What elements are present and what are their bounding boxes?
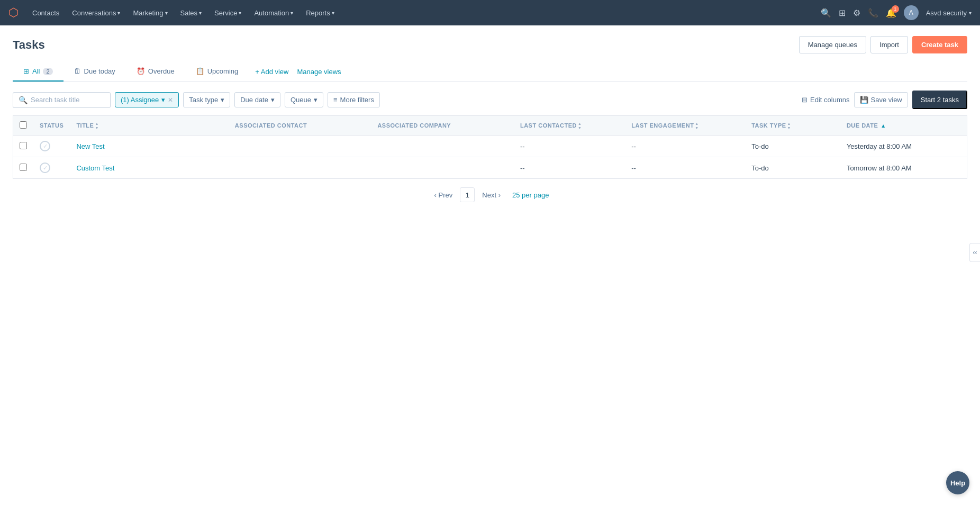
th-last-contacted[interactable]: LAST CONTACTED ▲▼ [514, 116, 625, 136]
notifications-icon[interactable]: 🔔 1 [886, 8, 896, 18]
row1-status-cell: ✓ [33, 136, 70, 157]
marketplace-icon[interactable]: ⊞ [839, 8, 846, 18]
user-menu[interactable]: Asvd security ▾ [926, 9, 972, 17]
row2-checkbox-cell [13, 157, 34, 179]
nav-conversations[interactable]: Conversations ▾ [67, 6, 125, 20]
table-row: ✓ New Test -- -- To-do Yesterday at 8:00… [13, 136, 967, 157]
table-header-row: STATUS TITLE ▲▼ ASSOCIATED CONTACT ASSOC… [13, 116, 967, 136]
clear-assignee-icon[interactable]: ✕ [168, 96, 173, 104]
table-body: ✓ New Test -- -- To-do Yesterday at 8:00… [13, 136, 967, 179]
manage-views-link[interactable]: Manage views [295, 62, 343, 81]
row1-title-link[interactable]: New Test [76, 142, 104, 150]
nav-automation[interactable]: Automation ▾ [249, 6, 298, 20]
nav-utility-icons: 🔍 ⊞ ⚙ 📞 🔔 1 A Asvd security ▾ [821, 5, 972, 20]
filter-bar: 🔍 (1) Assignee ▾ ✕ Task type ▾ Due date … [13, 91, 967, 109]
settings-icon[interactable]: ⚙ [853, 8, 860, 18]
th-last-engagement-label: LAST ENGAGEMENT [631, 122, 694, 129]
more-filters-button[interactable]: ≡ More filters [328, 92, 380, 107]
chevron-down-icon: ▾ [161, 96, 165, 104]
select-all-checkbox[interactable] [20, 121, 27, 129]
tab-all-icon: ⊞ [23, 67, 29, 75]
tab-due-today[interactable]: 🗓 Due today [63, 62, 126, 82]
search-icon[interactable]: 🔍 [821, 8, 831, 18]
chevron-down-icon: ▾ [221, 96, 224, 104]
prev-page-button[interactable]: ‹ Prev [431, 189, 456, 201]
task-type-sort-icon[interactable]: ▲▼ [787, 122, 791, 130]
th-title[interactable]: TITLE ▲▼ [70, 116, 228, 136]
avatar[interactable]: A [904, 5, 919, 20]
nav-reports[interactable]: Reports ▾ [301, 6, 340, 20]
page-content: Tasks Manage queues Import Create task ⊞… [0, 25, 980, 505]
chevron-down-icon: ▾ [291, 10, 293, 16]
tasks-table: STATUS TITLE ▲▼ ASSOCIATED CONTACT ASSOC… [13, 115, 967, 179]
per-page-selector[interactable]: 25 per page [512, 191, 549, 199]
more-filters-label: More filters [340, 96, 374, 104]
row1-task-type-cell: To-do [745, 136, 840, 157]
page-title: Tasks [13, 38, 45, 52]
save-view-button[interactable]: 💾 Save view [854, 92, 908, 107]
th-select-all[interactable] [13, 116, 34, 136]
row1-title-cell: New Test [70, 136, 228, 157]
last-contacted-sort-icon[interactable]: ▲▼ [578, 122, 582, 130]
save-icon: 💾 [860, 96, 868, 104]
tab-all-label: All [32, 67, 40, 75]
header-actions: Manage queues Import Create task [799, 36, 967, 53]
help-button[interactable]: Help [946, 471, 969, 494]
nav-contacts[interactable]: Contacts [27, 6, 65, 20]
tab-all[interactable]: ⊞ All 2 [13, 62, 63, 82]
nav-marketing[interactable]: Marketing ▾ [128, 6, 173, 20]
chevron-down-icon: ▾ [199, 10, 202, 16]
search-input[interactable] [31, 96, 105, 104]
th-last-contacted-label: LAST CONTACTED [520, 122, 577, 129]
chevron-down-icon: ▾ [117, 10, 120, 16]
title-sort-icon[interactable]: ▲▼ [95, 122, 98, 130]
chevron-down-icon: ▾ [165, 10, 168, 16]
notification-badge: 1 [892, 5, 899, 13]
row1-status-icon[interactable]: ✓ [40, 141, 50, 151]
row2-task-type-cell: To-do [745, 157, 840, 179]
th-task-type[interactable]: TASK TYPE ▲▼ [745, 116, 840, 136]
queue-filter-button[interactable]: Queue ▾ [285, 92, 323, 107]
pagination: ‹ Prev 1 Next › 25 per page [13, 187, 967, 202]
row2-checkbox[interactable] [20, 164, 27, 171]
next-page-button[interactable]: Next › [479, 189, 504, 201]
chevron-down-icon: ▾ [271, 96, 275, 104]
tab-overdue[interactable]: ⏰ Overdue [126, 62, 185, 82]
row1-assoc-company-cell [371, 136, 514, 157]
nav-service[interactable]: Service ▾ [209, 6, 247, 20]
hubspot-logo[interactable]: ⬡ [8, 6, 19, 20]
nav-sales[interactable]: Sales ▾ [175, 6, 207, 20]
table-row: ✓ Custom Test -- -- To-do Tomorrow at 8:… [13, 157, 967, 179]
row2-last-contacted-cell: -- [514, 157, 625, 179]
assignee-filter-button[interactable]: (1) Assignee ▾ ✕ [115, 92, 179, 107]
row1-last-engagement-cell: -- [625, 136, 745, 157]
add-view-button[interactable]: + Add view [249, 62, 295, 81]
manage-queues-button[interactable]: Manage queues [799, 36, 866, 53]
edit-columns-button[interactable]: ⊟ Edit columns [802, 96, 849, 104]
due-date-filter-button[interactable]: Due date ▾ [234, 92, 280, 107]
tab-upcoming-icon: 📋 [196, 67, 204, 75]
row1-last-contacted-cell: -- [514, 136, 625, 157]
due-date-sort-active-icon[interactable]: ▲ [881, 123, 886, 129]
th-status: STATUS [33, 116, 70, 136]
th-assoc-contact-label: ASSOCIATED CONTACT [235, 122, 307, 129]
th-last-engagement[interactable]: LAST ENGAGEMENT ▲▼ [625, 116, 745, 136]
import-button[interactable]: Import [870, 36, 908, 53]
current-page-number: 1 [460, 187, 475, 202]
row2-title-link[interactable]: Custom Test [76, 164, 114, 172]
th-assoc-contact: ASSOCIATED CONTACT [229, 116, 371, 136]
last-engagement-sort-icon[interactable]: ▲▼ [695, 122, 698, 130]
create-task-button[interactable]: Create task [912, 36, 967, 53]
start-tasks-button[interactable]: Start 2 tasks [912, 91, 967, 109]
th-due-date[interactable]: DUE DATE ▲ [840, 116, 967, 136]
row1-due-date-cell: Yesterday at 8:00 AM [840, 136, 967, 157]
task-type-filter-button[interactable]: Task type ▾ [183, 92, 230, 107]
tab-upcoming[interactable]: 📋 Upcoming [185, 62, 249, 82]
sidebar-collapse-button[interactable]: ‹‹ [969, 243, 980, 262]
row2-status-icon[interactable]: ✓ [40, 163, 50, 173]
row1-checkbox-cell [13, 136, 34, 157]
row1-checkbox[interactable] [20, 142, 27, 149]
tab-due-today-label: Due today [84, 67, 115, 75]
phone-icon[interactable]: 📞 [868, 8, 878, 18]
search-icon: 🔍 [19, 96, 28, 104]
